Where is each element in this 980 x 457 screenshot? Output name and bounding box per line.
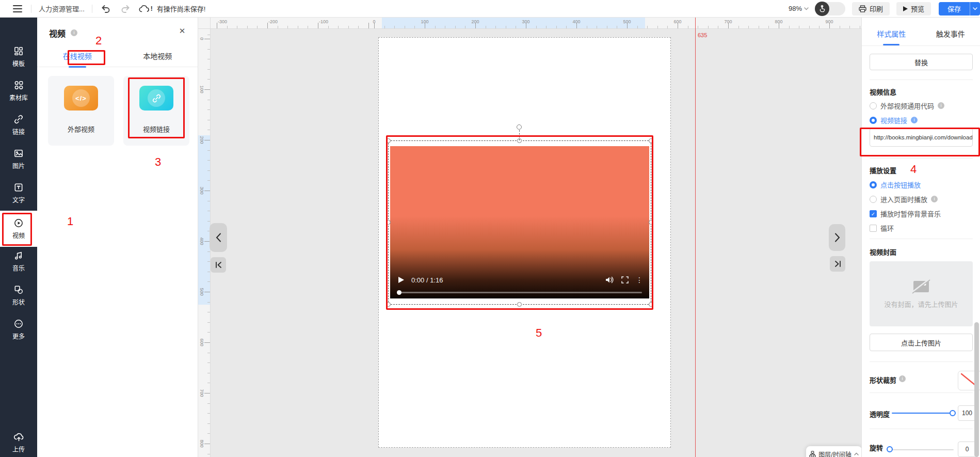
sidebar-item-image[interactable]: 图片 [0,143,37,176]
rotation-handle[interactable] [517,124,522,130]
info-icon[interactable] [911,117,918,123]
opacity-slider-thumb[interactable] [950,410,956,416]
checkbox-label: 循环 [880,223,894,233]
radio-icon[interactable] [870,181,877,188]
info-icon[interactable] [899,375,906,382]
radio-icon[interactable] [870,102,877,109]
radio-click-play[interactable]: 点击按钮播放 [870,180,921,190]
sidebar-item-link[interactable]: 链接 [0,108,37,141]
link-icon [139,86,173,111]
panel-close-button[interactable] [178,27,186,35]
selection-handle[interactable] [649,138,653,143]
unsaved-cloud-icon: ! [139,5,153,13]
document-title[interactable]: 人力资源管理... [39,4,85,13]
redo-button[interactable] [119,3,132,15]
sidebar-item-upload[interactable]: 上传 [0,426,37,457]
sidebar-item-text[interactable]: 文字 [0,177,37,210]
chevron-up-icon [854,452,859,455]
chevron-down-icon [973,7,977,10]
preview-button[interactable]: 预览 [896,2,931,15]
canvas[interactable]: -300-200-1000100200300400500600700800900… [198,18,861,457]
checkbox-icon[interactable] [870,225,877,232]
sidebar-item-label: 视频 [12,231,25,240]
annotation-number-3: 3 [155,155,161,169]
sidebar-item-label: 音乐 [12,263,25,272]
ruler-v-label: 200 [199,136,204,144]
radio-icon[interactable] [870,196,877,203]
annotation-number-2: 2 [95,34,102,48]
checkbox-loop[interactable]: 循环 [870,223,894,233]
save-dropdown-button[interactable] [970,2,980,15]
selection-handle[interactable] [649,220,653,225]
zoom-level-dropdown[interactable]: 98% [789,5,809,12]
divider [870,158,973,159]
first-page-button[interactable] [211,257,226,273]
rotate-slider-track[interactable] [889,449,954,450]
guide-line[interactable] [695,18,696,457]
rotate-value-input[interactable]: 0 [958,442,976,457]
selection-handle[interactable] [386,220,391,225]
card-label: 外部视频 [68,124,94,134]
ruler-v-label: 700 [199,389,204,397]
selection-handle[interactable] [649,302,653,307]
sidebar-item-label: 形状 [12,297,25,306]
info-icon[interactable] [938,102,944,109]
card-external-video[interactable]: 外部视频 [48,76,114,146]
save-button[interactable]: 保存 [939,2,970,15]
ruler-h-label: 500 [623,19,631,24]
selection-handle[interactable] [386,138,391,143]
radio-label: 视频链接 [880,115,907,125]
template-icon [13,46,24,56]
ruler-h-label: 100 [421,19,428,24]
radio-auto-play[interactable]: 进入页面时播放 [870,194,938,204]
checkbox-pause-bgm[interactable]: 播放时暂停背景音乐 [870,209,941,218]
chevron-right-icon [834,233,840,242]
radio-icon[interactable] [870,117,877,124]
selection-handle[interactable] [386,302,391,307]
sidebar-item-label: 素材库 [9,93,28,102]
upload-cover-button[interactable]: 点击上传图片 [870,334,973,351]
shapes-icon [13,285,24,295]
tab-local-video[interactable]: 本地视频 [118,48,198,67]
sidebar-item-video[interactable]: 视频 [0,211,37,247]
checkbox-icon[interactable] [870,210,877,217]
undo-button[interactable] [100,3,112,15]
replace-button[interactable]: 替换 [870,54,973,70]
opacity-value-input[interactable]: 100 [958,405,976,421]
print-button[interactable]: 印刷 [852,2,890,15]
main-menu-button[interactable] [11,3,24,15]
last-page-button[interactable] [830,256,845,272]
sidebar-item-music[interactable]: 音乐 [0,245,37,278]
selection-handle[interactable] [517,302,522,307]
undo-icon [101,5,110,13]
ruler-v-label: 0 [199,37,204,40]
ruler-h-label: 300 [522,19,529,24]
panel-info-icon[interactable] [71,29,77,36]
rotate-slider-thumb[interactable] [887,446,893,452]
radio-external-code[interactable]: 外部视频通用代码 [870,101,944,111]
info-icon[interactable] [931,196,938,202]
ruler-corner [198,18,211,29]
inspector-scrollbar[interactable] [974,322,979,457]
cover-placeholder: 没有封面，请先上传图片 [870,261,973,326]
layers-timeline-bar[interactable]: 图层/时间轴 [806,446,861,457]
sidebar-item-more[interactable]: 更多 [0,313,37,346]
tab-online-video[interactable]: 在线视频 [37,48,118,67]
video-url-input[interactable]: http://books.mingbianji.com/download [870,128,973,147]
sidebar-item-template[interactable]: 模板 [0,40,37,73]
sidebar-item-assets[interactable]: 素材库 [0,74,37,107]
next-page-button[interactable] [829,224,845,251]
sidebar-item-label: 模板 [12,59,25,68]
tab-trigger-events[interactable]: 触发事件 [921,18,980,45]
prev-page-button[interactable] [210,223,227,252]
card-video-link[interactable]: 视频链接 [123,76,189,146]
opacity-slider-track[interactable] [892,413,953,414]
ruler-v-label: 500 [199,288,204,295]
radio-video-link[interactable]: 视频链接 [870,115,918,125]
topbar: 人力资源管理... ! 有操作尚未保存! 98% 印刷 预览 [0,0,980,18]
sidebar-item-shape[interactable]: 形状 [0,279,37,312]
touch-mode-toggle[interactable] [815,2,845,15]
divider [870,429,973,429]
sidebar-item-label: 更多 [12,332,25,340]
tab-style-properties[interactable]: 样式属性 [862,18,921,45]
